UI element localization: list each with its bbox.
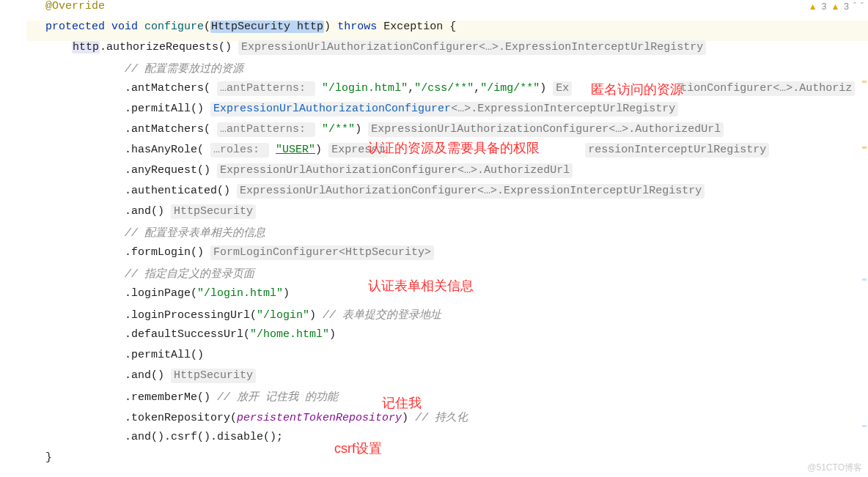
- inline-hint: ExpressionUrlAuthorizationConfigurer<…>.…: [217, 163, 573, 178]
- comment: // 持久化: [415, 412, 468, 424]
- code-line[interactable]: .authenticated() ExpressionUrlAuthorizat…: [26, 185, 868, 205]
- editor-gutter[interactable]: [0, 0, 27, 477]
- comment: // 配置登录表单相关的信息: [125, 227, 265, 240]
- comment: // 放开 记住我 的功能: [217, 391, 338, 404]
- code-line[interactable]: // 配置需要放过的资源: [26, 62, 868, 82]
- inline-hint: ExpressionUrlAuthorizationConfigurer<…>.…: [238, 40, 706, 55]
- editor-minimap[interactable]: [861, 0, 868, 477]
- code-line[interactable]: .permitAll(): [26, 349, 868, 369]
- identifier: http: [72, 41, 100, 53]
- minimap-mark[interactable]: [862, 278, 867, 281]
- code-line[interactable]: // 配置登录表单相关的信息: [26, 226, 868, 246]
- code-line[interactable]: .and() HttpSecurity: [26, 205, 868, 226]
- inline-hint: ExpressionUrlAuthorizationConfigurer<…>.…: [237, 184, 705, 199]
- code-line[interactable]: .permitAll() ExpressionUrlAuthorizationC…: [26, 103, 868, 123]
- code-line[interactable]: .hasAnyRole( …roles: "USER") Expressi re…: [26, 144, 868, 164]
- method-name: configure: [144, 21, 204, 33]
- inline-hint: tionConfigurer<…>.Authoriz: [677, 81, 855, 96]
- code-line[interactable]: .defaultSuccessUrl("/home.html"): [26, 328, 868, 349]
- code-line[interactable]: .loginProcessingUrl("/login") // 表单提交的登录…: [26, 308, 868, 328]
- exception-name: Exception {: [383, 21, 456, 33]
- comment: // 指定自定义的登录页面: [125, 268, 254, 281]
- code-line[interactable]: .anyRequest() ExpressionUrlAuthorization…: [26, 164, 868, 185]
- inline-hint-link[interactable]: ExpressionUrlAuthorizationConfigurer: [213, 103, 451, 115]
- editor-code-area[interactable]: ▲3 ▲3 ˆ ˇ @Override protected void confi…: [26, 0, 868, 477]
- inline-hint: HttpSecurity: [171, 204, 256, 219]
- code-line[interactable]: .and().csrf().disable();: [26, 431, 868, 451]
- code-line[interactable]: }: [26, 451, 868, 472]
- code-line[interactable]: http.authorizeRequests() ExpressionUrlAu…: [26, 41, 868, 62]
- parameter-selection: HttpSecurity http: [210, 21, 324, 33]
- minimap-mark[interactable]: [862, 81, 867, 83]
- comment: // 表单提交的登录地址: [323, 309, 441, 322]
- code-line[interactable]: .formLogin() FormLoginConfigurer<HttpSec…: [26, 246, 868, 267]
- inline-hint: ExpressionUrlAuthorizationConfigurer<…>.…: [368, 122, 724, 137]
- code-line[interactable]: .tokenRepository(persistentTokenReposito…: [26, 410, 868, 431]
- inline-hint: FormLoginConfigurer<HttpSecurity>: [210, 245, 434, 260]
- code-line[interactable]: .antMatchers( …antPatterns: "/**") Expre…: [26, 123, 868, 144]
- minimap-mark[interactable]: [862, 425, 867, 427]
- code-line[interactable]: .antMatchers( …antPatterns: "/login.html…: [26, 82, 868, 103]
- code-line[interactable]: .and() HttpSecurity: [26, 369, 868, 390]
- code-line[interactable]: // 指定自定义的登录页面: [26, 267, 868, 287]
- inline-hint: ressionInterceptUrlRegistry: [585, 143, 769, 158]
- inline-hint: Ex: [553, 81, 572, 96]
- inline-hint: Expressi: [328, 143, 387, 158]
- code-line[interactable]: .rememberMe() // 放开 记住我 的功能: [26, 390, 868, 410]
- code-line[interactable]: .loginPage("/login.html"): [26, 287, 868, 308]
- keyword-throws: throws: [331, 21, 383, 33]
- field-ref: persistentTokenRepository: [237, 412, 402, 424]
- minimap-mark[interactable]: [862, 147, 867, 149]
- inline-hint: HttpSecurity: [171, 369, 256, 383]
- code-line[interactable]: @Override: [26, 0, 868, 21]
- keywords: protected void: [45, 21, 144, 33]
- comment: // 配置需要放过的资源: [125, 63, 243, 75]
- annotation-override: @Override: [45, 0, 105, 12]
- code-line[interactable]: protected void configure(HttpSecurity ht…: [26, 21, 868, 41]
